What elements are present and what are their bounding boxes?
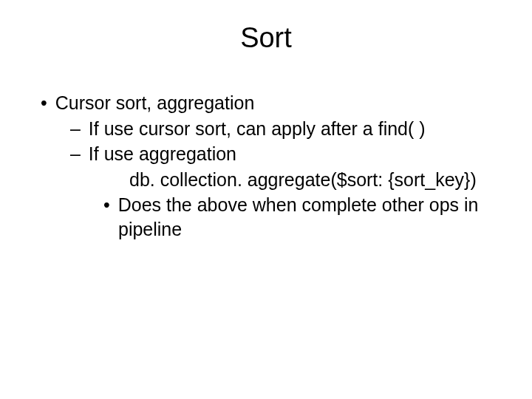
bullet-text: If use cursor sort, can apply after a fi… [89,118,426,139]
bullet-level-1: Cursor sort, aggregation [41,91,502,115]
slide-content: Cursor sort, aggregation If use cursor s… [30,91,502,241]
bullet-text: Cursor sort, aggregation [55,92,255,113]
slide: Sort Cursor sort, aggregation If use cur… [0,0,532,399]
bullet-text: Does the above when complete other ops i… [118,194,479,239]
bullet-level-2: If use aggregation [70,142,502,166]
bullet-level-3: db. collection. aggregate($sort: {sort_k… [129,168,502,192]
bullet-text: db. collection. aggregate($sort: {sort_k… [129,169,477,190]
slide-title: Sort [30,22,502,54]
bullet-text: If use aggregation [89,143,236,164]
bullet-level-2: If use cursor sort, can apply after a fi… [70,117,502,141]
bullet-level-4: Does the above when complete other ops i… [103,193,502,241]
